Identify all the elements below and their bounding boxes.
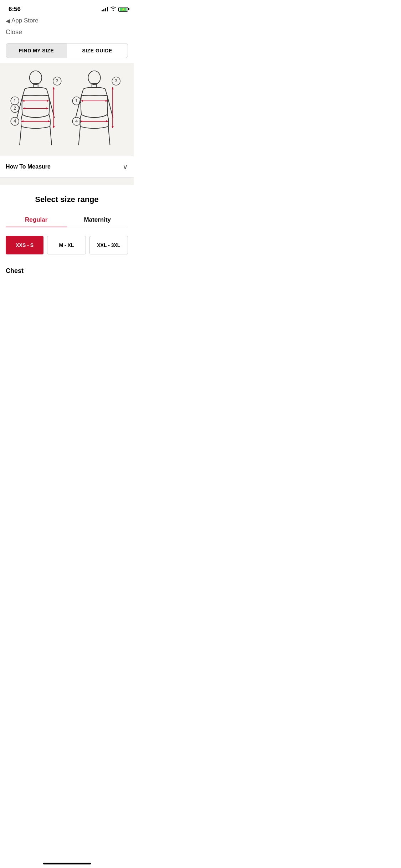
size-range-tabs: Regular Maternity	[6, 213, 128, 227]
svg-marker-10	[48, 120, 50, 123]
size-btn-m-xl[interactable]: M - XL	[47, 236, 86, 254]
status-icons: ⚡	[102, 6, 128, 12]
svg-marker-9	[21, 120, 23, 123]
back-body-figure: 1 4 3	[71, 70, 126, 149]
svg-text:1: 1	[14, 98, 16, 103]
svg-marker-26	[106, 100, 108, 102]
battery-icon: ⚡	[118, 7, 128, 12]
close-label: Close	[6, 29, 22, 36]
svg-marker-7	[46, 107, 48, 109]
back-chevron-icon: ◀	[6, 17, 10, 24]
back-button[interactable]: ◀ App Store	[6, 17, 38, 24]
svg-marker-4	[47, 100, 49, 102]
chevron-down-icon: ∨	[123, 162, 128, 171]
size-guide-tab[interactable]: SIZE GUIDE	[67, 43, 128, 58]
size-btn-xxs-s[interactable]: XXS - S	[6, 236, 43, 254]
size-range-title: Select size range	[6, 195, 128, 204]
svg-marker-25	[81, 100, 83, 102]
chest-label: Chest	[6, 264, 128, 282]
how-to-measure-label: How To Measure	[6, 164, 51, 170]
svg-marker-32	[112, 126, 114, 128]
svg-point-0	[29, 71, 41, 84]
svg-text:1: 1	[75, 98, 78, 103]
how-to-measure-row[interactable]: How To Measure ∨	[0, 156, 134, 177]
regular-tab[interactable]: Regular	[6, 213, 67, 227]
maternity-tab[interactable]: Maternity	[67, 213, 128, 227]
svg-marker-13	[52, 126, 55, 128]
svg-point-22	[88, 71, 100, 84]
status-time: 6:56	[9, 6, 21, 13]
svg-text:4: 4	[75, 119, 78, 124]
svg-text:3: 3	[115, 78, 117, 83]
find-my-size-tab[interactable]: FIND MY SIZE	[6, 43, 67, 58]
svg-marker-6	[23, 107, 25, 109]
close-button[interactable]: Close	[0, 27, 134, 40]
size-btn-xxl-3xl[interactable]: XXL - 3XL	[89, 236, 128, 254]
wifi-icon	[110, 6, 116, 12]
nav-bar: ◀ App Store	[0, 16, 134, 27]
svg-text:3: 3	[56, 78, 58, 83]
svg-marker-29	[106, 120, 108, 123]
bottom-spacer	[0, 282, 134, 303]
back-label: App Store	[11, 17, 38, 24]
svg-marker-3	[22, 100, 24, 102]
signal-icon	[102, 7, 108, 11]
svg-marker-12	[52, 87, 55, 89]
size-range-section: Select size range Regular Maternity XXS …	[0, 185, 134, 282]
status-bar: 6:56 ⚡	[0, 0, 134, 16]
svg-marker-31	[112, 87, 114, 89]
svg-text:4: 4	[14, 119, 16, 124]
front-body-figure: 1 2 4 3	[8, 70, 63, 149]
size-bucket-buttons: XXS - S M - XL XXL - 3XL	[6, 236, 128, 254]
svg-text:2: 2	[14, 106, 16, 111]
spacer	[0, 178, 134, 185]
measurement-diagram: 1 2 4 3	[0, 63, 134, 156]
main-segment-control: FIND MY SIZE SIZE GUIDE	[6, 43, 128, 58]
